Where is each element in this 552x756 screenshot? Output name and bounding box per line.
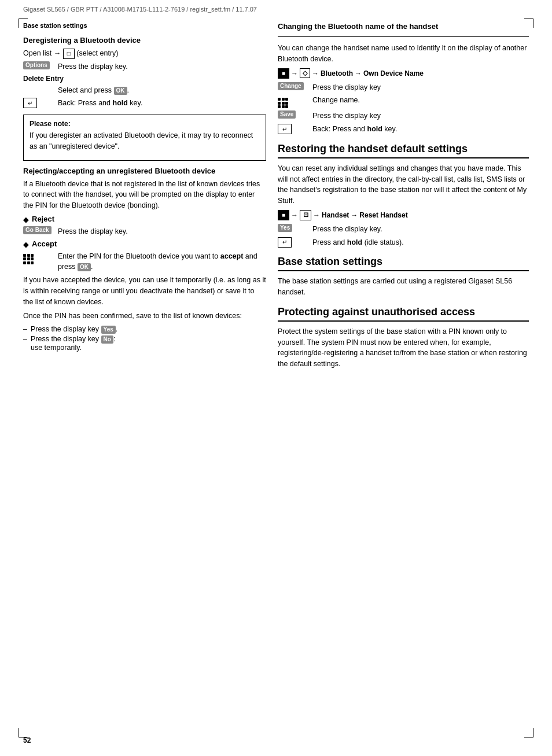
back-row-deregister: ↵ Back: Press and hold key. xyxy=(23,98,266,109)
go-back-row: Go Back Press the display key. xyxy=(23,226,266,237)
yes-badge-restore: Yes xyxy=(278,224,292,232)
page-content: Base station settings Deregistering a Bl… xyxy=(0,16,552,390)
kd xyxy=(278,102,281,105)
keypad-dot xyxy=(27,254,30,257)
corner-mark-top-left-horizontal xyxy=(19,19,28,19)
reject-label: Reject xyxy=(32,215,54,223)
dash1-symbol: – xyxy=(23,325,27,334)
left-column: Base station settings Deregistering a Bl… xyxy=(23,22,266,373)
note-text: If you deregister an activated Bluetooth… xyxy=(30,130,260,152)
accept-label: Accept xyxy=(32,239,57,248)
keypad-row: Enter the PIN for the Bluetooth device y… xyxy=(23,251,266,273)
back-text-restore: Press and hold (idle status). xyxy=(312,237,529,248)
back-key-bt: ↵ xyxy=(278,124,312,134)
base-station-para: The base station settings are carried ou… xyxy=(278,276,529,298)
keypad-dot xyxy=(23,254,26,257)
kd xyxy=(285,102,288,105)
nav-bold1-bt: Bluetooth xyxy=(321,69,353,78)
deregistering-step1: Open list → □ (select entry) xyxy=(23,48,266,59)
ok-badge-delete: OK xyxy=(114,87,127,95)
dash1-text: Press the display key Yes. xyxy=(31,325,117,334)
save-row: Save Press the display key xyxy=(278,110,529,121)
save-key: Save xyxy=(278,110,312,119)
go-back-key: Go Back xyxy=(23,226,58,234)
rejecting-para1: If a Bluetooth device that is not regist… xyxy=(23,179,266,211)
page-header: Gigaset SL565 / GBR PTT / A31008-M1715-L… xyxy=(0,0,552,16)
save-text: Press the display key xyxy=(312,110,529,121)
keypad-key-icon xyxy=(23,251,58,264)
ok-badge-accept: OK xyxy=(78,263,91,271)
nav-arrow-2-bt: → xyxy=(312,69,319,78)
rejecting-para2: If you have accepted the device, you can… xyxy=(23,275,266,307)
page-number: 52 xyxy=(23,736,31,744)
keypad-dot xyxy=(31,254,34,257)
change-key: Change xyxy=(278,82,312,90)
kd xyxy=(285,105,288,108)
change-badge: Change xyxy=(278,82,304,90)
right-column: Changing the Bluetooth name of the hands… xyxy=(278,22,529,373)
back-row-bt: ↵ Back: Press and hold key. xyxy=(278,124,529,135)
accept-bullet: ◆ Accept xyxy=(23,239,266,249)
back-icon: ↵ xyxy=(23,98,37,108)
nav-diamond-bt: ◇ xyxy=(300,68,310,78)
keypad-dot xyxy=(27,257,30,260)
delete-entry-action: Select and press OK. xyxy=(23,85,266,96)
options-text: Press the display key. xyxy=(58,61,266,72)
header-text: Gigaset SL565 / GBR PTT / A31008-M1715-L… xyxy=(23,6,257,13)
keypad-dot xyxy=(27,261,30,264)
yes-key-restore: Yes xyxy=(278,224,312,232)
go-back-badge: Go Back xyxy=(23,226,51,234)
back-text-bt: Back: Press and hold key. xyxy=(312,124,529,135)
back-row-restore: ↵ Press and hold (idle status). xyxy=(278,237,529,248)
diamond-icon-reject: ◆ xyxy=(23,216,28,224)
yes-badge-dash1: Yes xyxy=(101,326,116,334)
corner-mark-bottom-right-horizontal xyxy=(524,737,533,737)
restoring-title: Restoring the handset default settings xyxy=(278,143,529,158)
corner-mark-bottom-left-vertical xyxy=(19,728,19,737)
dash2-text: Press the display key No:use temporarily… xyxy=(31,335,115,352)
nav-bold1-restore: Handset xyxy=(322,211,349,219)
restoring-para: You can reset any individual settings an… xyxy=(278,163,529,206)
kd xyxy=(282,102,285,105)
keypad-dot xyxy=(23,257,26,260)
back-text-deregister: Back: Press and hold key. xyxy=(58,98,266,109)
go-back-text: Press the display key. xyxy=(58,226,266,237)
back-key-restore: ↵ xyxy=(278,237,312,248)
nav-arrow-1-restore: → xyxy=(291,211,298,219)
keypad-change-row: Change name. xyxy=(278,95,529,108)
deregistering-step1-text: Open list → □ (select entry) xyxy=(23,48,266,59)
back-key-icon-deregister: ↵ xyxy=(23,98,58,108)
nav-arrow-2-restore: → xyxy=(313,211,320,219)
kd xyxy=(282,98,285,101)
delete-action-text: Select and press OK. xyxy=(58,85,266,96)
nav-bold2-restore: Reset Handset xyxy=(359,211,407,219)
menu-square-icon-bt: ■ xyxy=(278,68,289,79)
corner-mark-top-right-horizontal xyxy=(524,19,533,19)
kd xyxy=(278,105,281,108)
rejecting-title: Rejecting/accepting an unregistered Blue… xyxy=(23,167,266,175)
diamond-icon-accept: ◆ xyxy=(23,241,28,249)
changing-bluetooth-title: Changing the Bluetooth name of the hands… xyxy=(278,22,529,31)
dash1: – Press the display key Yes. xyxy=(23,325,266,334)
deregistering-title: Deregistering a Bluetooth device xyxy=(23,36,266,45)
yes-row-restore: Yes Press the display key. xyxy=(278,224,529,235)
options-badge: Options xyxy=(23,61,50,69)
dash2: – Press the display key No:use temporari… xyxy=(23,335,266,352)
change-name-text: Change name. xyxy=(312,95,529,106)
keypad-dot xyxy=(23,261,26,264)
change-text: Press the display key xyxy=(312,82,529,93)
nav-icon-restore: ⊡ xyxy=(300,210,311,220)
keypad-dot xyxy=(31,257,34,260)
changing-bluetooth-para: You can change the handset name used to … xyxy=(278,43,529,65)
save-badge: Save xyxy=(278,110,296,119)
back-icon-bt: ↵ xyxy=(278,124,292,134)
keypad-change-icon xyxy=(278,95,312,108)
reject-bullet: ◆ Reject xyxy=(23,215,266,224)
nav-arrow-3-bt: → xyxy=(355,69,362,78)
delete-entry-row: Delete Entry xyxy=(23,75,266,83)
nav-path-restoring: ■ → ⊡ → Handset → Reset Handset xyxy=(278,210,529,220)
corner-mark-top-left-vertical xyxy=(19,19,19,28)
yes-text-restore: Press the display key. xyxy=(312,224,529,235)
corner-mark-top-right-vertical xyxy=(533,19,533,28)
kd xyxy=(278,98,281,101)
